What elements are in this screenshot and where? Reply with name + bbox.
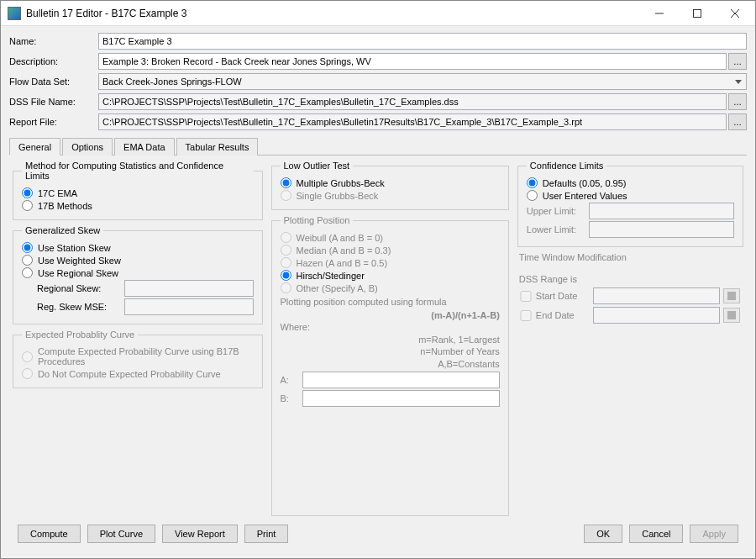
tab-tabular-results[interactable]: Tabular Results bbox=[176, 138, 259, 156]
reg-skew-mse-label: Reg. Skew MSE: bbox=[37, 302, 121, 312]
end-date-input bbox=[593, 307, 720, 324]
radio-user-values[interactable] bbox=[527, 190, 538, 201]
minimize-icon bbox=[655, 9, 664, 18]
report-file-input bbox=[98, 113, 727, 130]
epc-legend: Expected Probablity Curve bbox=[22, 330, 138, 340]
time-window-group: Time Window Modification DSS Range is St… bbox=[517, 252, 743, 330]
apply-button: Apply bbox=[690, 525, 738, 543]
upper-limit-label: Upper Limit: bbox=[527, 206, 585, 216]
dss-file-browse-button[interactable]: … bbox=[728, 93, 747, 110]
pp-formula: (m-A)/(n+1-A-B) bbox=[281, 310, 500, 320]
end-date-label: End Date bbox=[536, 310, 590, 320]
maximize-icon bbox=[693, 9, 701, 18]
radio-hirsch-stedinger[interactable] bbox=[281, 270, 291, 281]
ellipsis-icon: … bbox=[733, 118, 742, 127]
dss-file-name-label: DSS File Name: bbox=[9, 97, 93, 107]
skew-legend: Generalized Skew bbox=[22, 225, 103, 235]
close-button[interactable] bbox=[716, 2, 753, 25]
ellipsis-icon: … bbox=[733, 57, 742, 66]
start-date-picker-button bbox=[723, 288, 740, 303]
regional-skew-label: Regional Skew: bbox=[37, 283, 121, 293]
radio-compute-epc bbox=[22, 351, 33, 362]
radio-compute-epc-label: Compute Expected Probability Curve using… bbox=[38, 346, 254, 367]
dss-file-name-input bbox=[98, 93, 727, 110]
radio-no-compute-epc bbox=[22, 368, 33, 379]
radio-hazen-label: Hazen (A and B = 0.5) bbox=[297, 258, 388, 268]
bottom-bar: Compute Plot Curve View Report Print OK … bbox=[9, 519, 747, 551]
radio-defaults[interactable] bbox=[527, 177, 538, 188]
plotting-position-group: Plotting Position Weibull (A and B = 0) … bbox=[271, 215, 509, 516]
titlebar: Bulletin 17 Editor - B17C Example 3 bbox=[1, 1, 755, 26]
confidence-limits-group: Confidence Limits Defaults (0.05, 0.95) … bbox=[517, 161, 743, 247]
start-date-label: Start Date bbox=[536, 291, 590, 301]
report-file-browse-button[interactable]: … bbox=[728, 113, 747, 130]
tab-ema-data[interactable]: EMA Data bbox=[114, 138, 175, 156]
flow-data-set-select[interactable] bbox=[98, 73, 747, 90]
pp-b-label: B: bbox=[281, 393, 299, 403]
radio-single-grubbs-beck bbox=[281, 190, 291, 201]
flow-data-set-label: Flow Data Set: bbox=[9, 76, 93, 87]
radio-multiple-grubbs-beck-label: Multiple Grubbs-Beck bbox=[297, 178, 385, 188]
ok-button[interactable]: OK bbox=[584, 525, 622, 543]
low-outlier-test-group: Low Outlier Test Multiple Grubbs-Beck Si… bbox=[271, 161, 509, 210]
plot-curve-button[interactable]: Plot Curve bbox=[87, 525, 155, 543]
calendar-icon bbox=[727, 311, 736, 319]
radio-regional-skew-label: Use Regional Skew bbox=[38, 268, 118, 278]
window: Bulletin 17 Editor - B17C Example 3 Name… bbox=[0, 0, 756, 559]
radio-median-label: Median (A and B = 0.3) bbox=[297, 245, 391, 256]
radio-17c-ema-label: 17C EMA bbox=[38, 188, 77, 198]
pp-a-input bbox=[302, 372, 500, 388]
generalized-skew-group: Generalized Skew Use Station Skew Use We… bbox=[13, 225, 263, 324]
radio-other bbox=[281, 282, 291, 293]
pp-formula-intro: Plotting position computed using formula bbox=[281, 297, 500, 307]
tw-legend: Time Window Modification bbox=[519, 252, 627, 262]
pp-a-label: A: bbox=[281, 375, 299, 385]
pp-def-n: n=Number of Years bbox=[281, 345, 500, 357]
radio-multiple-grubbs-beck[interactable] bbox=[281, 177, 291, 188]
minimize-button[interactable] bbox=[640, 2, 678, 25]
expected-probability-group: Expected Probablity Curve Compute Expect… bbox=[13, 330, 263, 388]
radio-weighted-skew-label: Use Weighted Skew bbox=[38, 256, 121, 266]
pp-b-input bbox=[302, 390, 500, 407]
name-input[interactable] bbox=[98, 33, 747, 50]
check-start-date bbox=[519, 291, 533, 302]
cl-legend: Confidence Limits bbox=[527, 161, 606, 171]
description-input[interactable] bbox=[98, 53, 727, 70]
view-report-button[interactable]: View Report bbox=[162, 525, 238, 543]
radio-regional-skew[interactable] bbox=[22, 267, 33, 278]
compute-button[interactable]: Compute bbox=[18, 525, 81, 543]
name-label: Name: bbox=[9, 36, 93, 46]
radio-station-skew-label: Use Station Skew bbox=[38, 243, 111, 253]
cancel-button[interactable]: Cancel bbox=[629, 525, 683, 543]
pp-legend: Plotting Position bbox=[281, 215, 354, 225]
radio-17b-methods-label: 17B Methods bbox=[38, 201, 92, 211]
radio-weighted-skew[interactable] bbox=[22, 255, 33, 266]
close-icon bbox=[731, 9, 739, 18]
pp-def-ab: A,B=Constants bbox=[281, 358, 500, 370]
radio-weibull bbox=[281, 232, 291, 243]
radio-17c-ema[interactable] bbox=[22, 187, 33, 198]
maximize-button[interactable] bbox=[678, 2, 716, 25]
radio-single-grubbs-beck-label: Single Grubbs-Beck bbox=[297, 191, 379, 201]
radio-17b-methods[interactable] bbox=[22, 200, 33, 211]
radio-defaults-label: Defaults (0.05, 0.95) bbox=[543, 178, 627, 188]
regional-skew-input bbox=[124, 280, 254, 297]
tab-strip: General Options EMA Data Tabular Results bbox=[9, 137, 747, 156]
dss-range-label: DSS Range is bbox=[519, 274, 742, 284]
radio-hazen bbox=[281, 257, 291, 268]
check-end-date bbox=[519, 310, 533, 321]
pp-def-m: m=Rank, 1=Largest bbox=[281, 334, 500, 345]
description-label: Description: bbox=[9, 56, 93, 66]
print-button[interactable]: Print bbox=[244, 525, 289, 543]
ellipsis-icon: … bbox=[733, 98, 742, 107]
lower-limit-label: Lower Limit: bbox=[527, 224, 585, 235]
description-browse-button[interactable]: … bbox=[728, 53, 747, 70]
report-file-label: Report File: bbox=[9, 117, 93, 127]
calendar-icon bbox=[727, 292, 736, 300]
tab-general[interactable]: General bbox=[9, 138, 60, 156]
app-icon bbox=[8, 7, 21, 20]
lot-legend: Low Outlier Test bbox=[281, 161, 354, 171]
window-title: Bulletin 17 Editor - B17C Example 3 bbox=[26, 8, 640, 19]
radio-station-skew[interactable] bbox=[22, 242, 33, 253]
tab-options[interactable]: Options bbox=[62, 138, 113, 156]
